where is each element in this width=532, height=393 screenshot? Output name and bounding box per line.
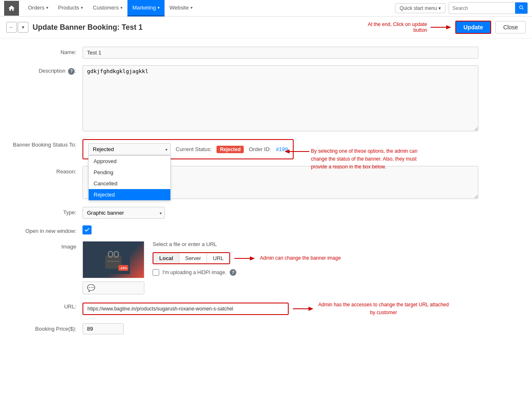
open-window-label: Open in new window: (12, 225, 82, 234)
url-annotation-text: Admin has the accesses to change the tar… (318, 301, 450, 317)
image-row: Image (12, 241, 520, 294)
update-arrow-icon (431, 23, 451, 31)
status-select-wrapper: Approved Pending Cancelled Rejected ▾ Ap… (88, 143, 171, 155)
status-field: Approved Pending Cancelled Rejected ▾ Ap… (82, 139, 520, 159)
svg-rect-8 (107, 261, 120, 262)
status-container: Approved Pending Cancelled Rejected ▾ Ap… (82, 139, 294, 159)
quick-start-button[interactable]: Quick start menu ▾ (395, 3, 445, 13)
image-preview-inner: -15% (83, 241, 144, 278)
dropdown-rejected[interactable]: Rejected (89, 189, 170, 200)
local-button[interactable]: Local (153, 253, 179, 263)
type-field: Graphic banner Text banner ▾ (82, 207, 520, 219)
close-button[interactable]: Close (495, 21, 526, 33)
name-input[interactable] (82, 47, 478, 59)
type-select[interactable]: Graphic banner Text banner (82, 207, 165, 219)
hidpi-row: I'm uploading a HiDPI image. ? (153, 269, 341, 276)
svg-text:-15%: -15% (120, 266, 127, 270)
name-field (82, 47, 520, 59)
dropdown-pending[interactable]: Pending (89, 167, 170, 178)
nav-products[interactable]: Products ▾ (53, 0, 88, 17)
image-controls: Select a file or enter a URL Local Serve… (153, 241, 341, 276)
url-label: URL: (12, 301, 82, 310)
current-status-badge: Rejected (217, 146, 244, 153)
back-button[interactable]: ← (6, 22, 17, 33)
instruction-text-2: button (368, 27, 427, 33)
current-status-label: Current Status: (176, 146, 212, 152)
description-label: Description ?: (12, 65, 82, 75)
status-select[interactable]: Approved Pending Cancelled Rejected (88, 143, 171, 155)
image-section: -15% 💬 Select a file or enter a URL Loc (82, 241, 520, 294)
status-dropdown: Approved Pending Cancelled Rejected (88, 155, 171, 201)
toggle-button[interactable]: ▾ (18, 22, 28, 33)
price-input[interactable] (82, 323, 124, 334)
file-buttons-row: Local Server URL Admin can change the ba… (153, 252, 341, 264)
page-title: Update Banner Booking: Test 1 (33, 23, 364, 32)
url-input[interactable] (82, 303, 289, 315)
type-row: Type: Graphic banner Text banner ▾ (12, 207, 520, 219)
dropdown-approved[interactable]: Approved (89, 156, 170, 167)
file-buttons-container: Local Server URL (153, 252, 230, 264)
reason-label: Reason: (12, 166, 82, 175)
url-row: URL: Admin has the accesses to change th… (12, 301, 520, 317)
nav-marketing[interactable]: Marketing ▾ (127, 0, 165, 17)
name-row: Name: (12, 47, 520, 59)
update-button[interactable]: Update (455, 21, 491, 34)
products-caret: ▾ (81, 5, 83, 10)
svg-marker-3 (285, 149, 290, 154)
status-top: Approved Pending Cancelled Rejected ▾ Ap… (88, 143, 288, 155)
open-window-checkbox[interactable] (82, 225, 92, 234)
search-input[interactable] (449, 4, 515, 13)
navbar-right: Quick start menu ▾ (395, 2, 528, 14)
website-caret: ▾ (191, 5, 193, 10)
hidpi-checkbox[interactable] (153, 269, 159, 276)
dropdown-cancelled[interactable]: Cancelled (89, 178, 170, 189)
description-field: gdkjfghdkgklgjagkkl (82, 65, 520, 133)
navbar: Orders ▾ Products ▾ Customers ▾ Marketin… (0, 0, 532, 17)
image-field: -15% 💬 Select a file or enter a URL Loc (82, 241, 520, 294)
status-label: Banner Booking Status To: (12, 139, 82, 148)
image-preview: -15% (82, 241, 144, 278)
description-textarea[interactable]: gdkjfghdkgklgjagkkl (82, 65, 478, 131)
nav-orders[interactable]: Orders ▾ (23, 0, 53, 17)
name-label: Name: (12, 47, 82, 55)
price-field (82, 323, 520, 334)
nav-customers[interactable]: Customers ▾ (88, 0, 127, 17)
image-label: Image (12, 241, 82, 250)
price-label: Booking Price($): (12, 323, 82, 332)
search-box (449, 2, 528, 14)
svg-marker-12 (250, 256, 255, 260)
main-content: Name: Description ?: gdkjfghdkgklgjagkkl… (0, 38, 532, 349)
search-button[interactable] (515, 2, 527, 14)
marketing-caret: ▾ (158, 5, 160, 10)
order-id-label: Order ID: (249, 146, 271, 152)
status-arrow-icon (285, 147, 309, 156)
page-header: ← ▾ Update Banner Booking: Test 1 At the… (0, 17, 532, 38)
comment-button[interactable]: 💬 (82, 282, 144, 294)
bag-image-icon: -15% (97, 245, 130, 274)
status-row: Banner Booking Status To: Approved Pendi… (12, 139, 520, 159)
url-arrow-icon (293, 305, 313, 313)
hidpi-help-icon[interactable]: ? (230, 269, 236, 276)
nav-website[interactable]: Website ▾ (165, 0, 198, 17)
server-button[interactable]: Server (179, 253, 207, 263)
image-annotation-text: Admin can change the banner image (259, 254, 341, 262)
svg-marker-1 (446, 25, 451, 29)
orders-caret: ▾ (46, 5, 48, 10)
description-help-icon[interactable]: ? (68, 68, 75, 75)
open-window-field (82, 225, 520, 234)
instruction-text: At the end, Click on update (368, 21, 427, 27)
nav-arrows: ← ▾ (6, 22, 28, 33)
customers-caret: ▾ (120, 5, 122, 10)
svg-marker-14 (308, 307, 313, 311)
select-file-label: Select a file or enter a URL (153, 241, 341, 247)
type-label: Type: (12, 207, 82, 215)
page-header-actions: At the end, Click on update button Updat… (368, 21, 526, 34)
file-arrow-icon (234, 254, 255, 263)
url-button[interactable]: URL (207, 253, 229, 263)
description-row: Description ?: gdkjfghdkgklgjagkkl (12, 65, 520, 133)
home-icon[interactable] (4, 1, 19, 16)
status-annotation-text: By selecting one of these options, the a… (311, 147, 418, 171)
status-annotation: By selecting one of these options, the a… (285, 147, 418, 171)
price-row: Booking Price($): (12, 323, 520, 334)
comment-icon: 💬 (87, 284, 95, 292)
